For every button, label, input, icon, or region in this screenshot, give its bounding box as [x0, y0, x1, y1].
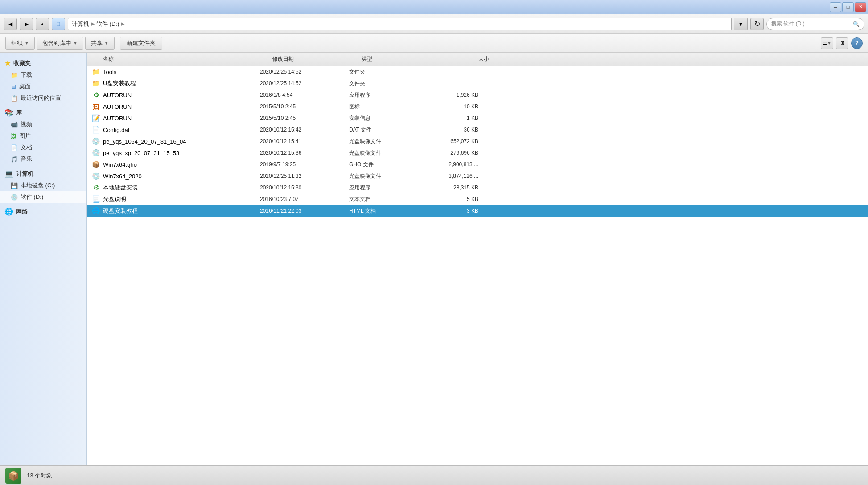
table-row[interactable]: 📝 AUTORUN 2015/5/10 2:45 安装信息 1 KB — [87, 112, 868, 124]
file-size: 279,696 KB — [429, 150, 487, 156]
file-date: 2019/9/7 19:25 — [260, 161, 349, 168]
file-name: AUTORUN — [101, 103, 260, 110]
table-row[interactable]: 💿 Win7x64_2020 2020/12/25 11:32 光盘映像文件 3… — [87, 170, 868, 182]
library-header: 📚 库 — [0, 107, 86, 119]
organize-button[interactable]: 组织 ▼ — [5, 37, 35, 50]
table-row[interactable]: 📄 Config.dat 2020/10/12 15:42 DAT 文件 36 … — [87, 124, 868, 136]
computer-icon: 💻 — [4, 169, 13, 178]
exe-icon: ⚙ — [93, 91, 99, 99]
dropdown-icon: ▼ — [738, 21, 744, 27]
col-header-type[interactable]: 类型 — [360, 55, 440, 63]
computer-label: 计算机 — [16, 170, 33, 178]
network-icon: 🌐 — [4, 207, 13, 216]
back-button[interactable]: ◀ — [4, 18, 17, 30]
file-type: 文本文档 — [349, 196, 429, 203]
downloads-folder-icon: 📁 — [11, 72, 18, 78]
img-icon: 🖼 — [93, 103, 99, 111]
refresh-icon: ↻ — [754, 20, 760, 28]
iso-icon: 💿 — [92, 172, 100, 180]
minimize-button[interactable]: ─ — [830, 2, 841, 12]
recent-icon: 📋 — [11, 95, 18, 102]
close-button[interactable]: ✕ — [855, 2, 866, 12]
images-label: 图片 — [19, 132, 31, 140]
file-date: 2020/10/12 15:42 — [260, 127, 349, 133]
new-folder-label: 新建文件夹 — [127, 39, 156, 47]
favorites-section: ★ 收藏夹 📁 下载 🖥 桌面 📋 最近访问的位置 — [0, 57, 86, 104]
docs-label: 文档 — [21, 144, 32, 152]
view-button-2[interactable]: ⊞ — [836, 37, 848, 49]
table-row[interactable]: 💿 pe_yqs_1064_20_07_31_16_04 2020/10/12 … — [87, 136, 868, 147]
sidebar-item-music[interactable]: 🎵 音乐 — [0, 153, 86, 165]
file-type: 应用程序 — [349, 184, 429, 192]
table-row[interactable]: 🌐 硬盘安装教程 2016/11/21 22:03 HTML 文档 3 KB — [87, 205, 868, 217]
network-label: 网络 — [16, 208, 28, 216]
help-button[interactable]: ? — [851, 37, 863, 49]
address-dropdown[interactable]: ▼ — [734, 18, 748, 30]
file-icon: ⚙ — [91, 91, 101, 99]
main-area: ★ 收藏夹 📁 下载 🖥 桌面 📋 最近访问的位置 📚 库 📹 — [0, 53, 868, 465]
view-chevron-icon: ▼ — [827, 41, 831, 45]
table-row[interactable]: ⚙ AUTORUN 2016/1/8 4:54 应用程序 1,926 KB — [87, 89, 868, 101]
file-name: AUTORUN — [101, 92, 260, 99]
col-header-name[interactable]: 名称 — [101, 55, 271, 63]
file-date: 2020/12/25 14:52 — [260, 69, 349, 75]
refresh-button[interactable]: ↻ — [750, 18, 764, 30]
table-row[interactable]: 💿 pe_yqs_xp_20_07_31_15_53 2020/10/12 15… — [87, 147, 868, 159]
search-icon: 🔍 — [853, 21, 860, 27]
sidebar-item-images[interactable]: 🖼 图片 — [0, 130, 86, 142]
toolbar-right: ☰ ▼ ⊞ ? — [821, 37, 863, 49]
sidebar-item-desktop[interactable]: 🖥 桌面 — [0, 81, 86, 92]
include-label: 包含到库中 — [42, 39, 71, 47]
addressbar: ◀ ▶ ▲ 🖥 计算机 ▶ 软件 (D:) ▶ ▼ ↻ 搜索 软件 (D:) 🔍 — [0, 14, 868, 34]
network-header: 🌐 网络 — [0, 206, 86, 218]
forward-button[interactable]: ▶ — [20, 18, 33, 30]
view-toggle-button[interactable]: ☰ ▼ — [821, 37, 833, 49]
file-name: Config.dat — [101, 127, 260, 133]
sidebar-item-software-d[interactable]: 💿 软件 (D:) — [0, 191, 86, 203]
share-button[interactable]: 共享 ▼ — [85, 37, 115, 50]
address-path[interactable]: 计算机 ▶ 软件 (D:) ▶ — [68, 18, 732, 30]
sidebar-item-docs[interactable]: 📄 文档 — [0, 142, 86, 153]
path-drive: 软件 (D:) — [96, 20, 119, 28]
sidebar-item-local-c[interactable]: 💾 本地磁盘 (C:) — [0, 180, 86, 191]
include-library-button[interactable]: 包含到库中 ▼ — [37, 37, 83, 50]
txt-icon: 📃 — [92, 195, 100, 203]
titlebar-buttons: ─ □ ✕ — [830, 2, 866, 12]
file-date: 2016/1/8 4:54 — [260, 92, 349, 98]
file-icon: 📄 — [91, 126, 101, 134]
table-row[interactable]: 📦 Win7x64.gho 2019/9/7 19:25 GHO 文件 2,90… — [87, 159, 868, 170]
col-header-date[interactable]: 修改日期 — [271, 55, 360, 63]
share-label: 共享 — [91, 39, 103, 47]
table-row[interactable]: 📁 U盘安装教程 2020/12/25 14:52 文件夹 — [87, 78, 868, 89]
table-row[interactable]: ⚙ 本地硬盘安装 2020/10/12 15:30 应用程序 28,315 KB — [87, 182, 868, 193]
col-header-size[interactable]: 大小 — [440, 55, 498, 63]
table-row[interactable]: 📁 Tools 2020/12/25 14:52 文件夹 — [87, 66, 868, 78]
sidebar-item-recent[interactable]: 📋 最近访问的位置 — [0, 92, 86, 104]
sidebar-item-downloads[interactable]: 📁 下载 — [0, 69, 86, 81]
table-row[interactable]: 🖼 AUTORUN 2015/5/10 2:45 图标 10 KB — [87, 101, 868, 112]
desktop-label: 桌面 — [19, 82, 31, 90]
downloads-label: 下载 — [21, 71, 32, 79]
file-name: Win7x64.gho — [101, 161, 260, 168]
file-size: 36 KB — [429, 127, 487, 133]
titlebar: ─ □ ✕ — [0, 0, 868, 14]
sidebar-item-video[interactable]: 📹 视频 — [0, 119, 86, 130]
up-icon: ▲ — [40, 21, 45, 26]
computer-header: 💻 计算机 — [0, 168, 86, 180]
table-row[interactable]: 📃 光盘说明 2016/10/23 7:07 文本文档 5 KB — [87, 193, 868, 205]
path-sep-1: ▶ — [91, 21, 95, 27]
file-date: 2020/10/12 15:30 — [260, 185, 349, 191]
up-button[interactable]: ▲ — [36, 18, 49, 30]
search-box[interactable]: 搜索 软件 (D:) 🔍 — [766, 18, 864, 30]
desktop-icon: 🖥 — [11, 83, 16, 90]
maximize-button[interactable]: □ — [842, 2, 854, 12]
computer-section: 💻 计算机 💾 本地磁盘 (C:) 💿 软件 (D:) — [0, 168, 86, 203]
file-icon: 💿 — [91, 149, 101, 157]
file-list: 📁 Tools 2020/12/25 14:52 文件夹 📁 U盘安装教程 20… — [87, 66, 868, 465]
file-size: 10 KB — [429, 103, 487, 110]
new-folder-button[interactable]: 新建文件夹 — [120, 37, 162, 50]
file-icon: 🌐 — [91, 207, 101, 215]
html-icon: 🌐 — [92, 207, 100, 215]
help-label: ? — [855, 40, 859, 46]
file-size: 5 KB — [429, 196, 487, 202]
